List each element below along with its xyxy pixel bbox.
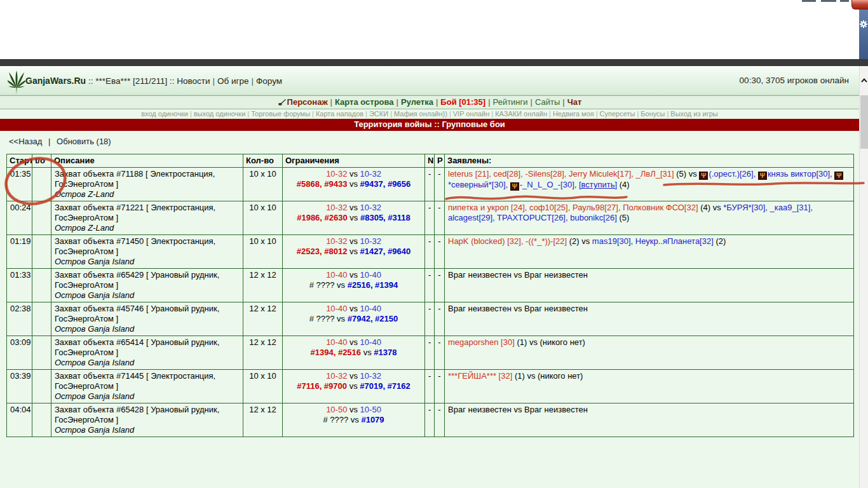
nav-item-4[interactable]: Бой [01:35] xyxy=(440,97,485,107)
player-red[interactable]: HapK (blocked) [32], -((*_*))-[22] xyxy=(448,236,567,246)
battle-size: 12 x 12 xyxy=(243,403,283,437)
syndicate-limits: #2523, #8012 vs #1427, #9640 xyxy=(286,247,421,257)
battle-island: Остров Z-Land xyxy=(55,223,240,233)
limit-red: 10-32 xyxy=(326,371,347,381)
battle-object-text[interactable]: Захват объекта #65428 [ Урановый рудник,… xyxy=(55,405,219,424)
battle-start-time: 01:19 xyxy=(7,235,32,269)
submenu-item-6[interactable]: Мафия онлайн)) xyxy=(394,110,447,118)
battle-object-text[interactable]: Захват объекта #71188 [ Электростанция, … xyxy=(55,169,215,189)
battle-start-time: 03:09 xyxy=(7,336,32,370)
player-text: Враг неизвестен vs Враг неизвестен xyxy=(448,405,588,414)
submenu-item-8[interactable]: КАЗАКИ онлайн xyxy=(495,110,547,118)
battle-object-text[interactable]: Захват объекта #71221 [ Электростанция, … xyxy=(55,203,215,222)
battle-size: 10 x 10 xyxy=(243,235,283,269)
faction-flag-icon: Ψ xyxy=(758,172,767,180)
submenu-item-4[interactable]: Карта нападов xyxy=(316,110,363,118)
join-link[interactable]: [вступить] xyxy=(579,180,617,189)
battle-size: 12 x 12 xyxy=(243,269,283,302)
header-link-2[interactable]: Об игре xyxy=(217,76,248,86)
submenu-item-10[interactable]: Суперсеты xyxy=(600,110,635,118)
limit-blue: 10-40 xyxy=(360,270,381,280)
syndicate-text: vs xyxy=(347,247,360,256)
nav-item-2[interactable]: Карта острова xyxy=(335,97,394,107)
player-red[interactable]: ***ГЕЙША*** [32] xyxy=(448,371,512,381)
flag-n: - xyxy=(425,370,435,403)
battle-timeout xyxy=(32,201,51,235)
flag-p: - xyxy=(435,336,445,370)
battle-object-text[interactable]: Захват объекта #65414 [ Урановый рудник,… xyxy=(55,337,219,357)
gear-icon[interactable] xyxy=(859,19,867,28)
syndicate-blue: #7019, #7162 xyxy=(360,381,410,391)
syndicate-text: vs xyxy=(348,213,360,222)
battle-limits: 10-32 vs 10-32#2523, #8012 vs #1427, #96… xyxy=(283,235,425,269)
battle-object-text[interactable]: Захват объекта #71445 [ Электростанция, … xyxy=(55,371,215,391)
separator: | xyxy=(447,110,453,118)
battle-row: 01:35Захват объекта #71188 [ Электростан… xyxy=(7,168,854,201)
battle-size: 12 x 12 xyxy=(243,302,283,336)
battle-row: 01:19Захват объекта #71450 [ Электростан… xyxy=(7,235,854,269)
separator: | xyxy=(245,110,251,118)
limit-vs: vs xyxy=(347,337,360,347)
submenu-item-7[interactable]: VIP онлайн xyxy=(453,110,490,118)
nav-item-1[interactable]: Персонаж xyxy=(278,97,328,107)
player-red[interactable]: megaporshen [30] xyxy=(448,337,515,347)
flag-n: - xyxy=(425,403,435,437)
battle-start-time: 04:04 xyxy=(7,403,32,437)
col-header-1: Старт xyxy=(7,154,32,168)
battle-island: Остров Ganja Island xyxy=(55,425,240,435)
nav-item-5[interactable]: Рейтинги xyxy=(493,97,528,107)
scrollbar[interactable] xyxy=(859,66,868,488)
header-link-3[interactable]: Форум xyxy=(256,76,282,86)
nav-item-6[interactable]: Сайты xyxy=(535,97,560,107)
submenu-item-12[interactable]: Выход из игры xyxy=(670,110,717,118)
syndicate-limits: #7116, #9700 vs #7019, #7162 xyxy=(286,381,421,391)
battle-object-text[interactable]: Захват объекта #65429 [ Урановый рудник,… xyxy=(55,270,219,290)
separator: | xyxy=(528,97,535,107)
submenu-item-5[interactable]: ЭСКИ xyxy=(369,110,388,118)
battle-start-time: 03:39 xyxy=(7,370,32,403)
submenu-item-11[interactable]: Бонусы xyxy=(641,110,665,118)
refresh-link[interactable]: Обновить (18) xyxy=(57,137,111,146)
player-red[interactable]: leterus [21], ced[28], -Silens[28], Jerr… xyxy=(448,169,674,179)
battle-size: 10 x 10 xyxy=(243,168,283,201)
scroll-up-icon[interactable] xyxy=(860,66,868,84)
col-header-6: N xyxy=(425,154,435,168)
back-link[interactable]: <<Назад xyxy=(9,137,42,146)
player-red[interactable]: пипетка и укроп [24], соф10[25], Рауль98… xyxy=(448,203,698,212)
submenu-item-2[interactable]: выход одиночки xyxy=(194,110,246,118)
limit-vs: vs xyxy=(347,371,360,381)
flag-n: - xyxy=(425,302,435,336)
table-header-row: Стартt/oОписаниеКол-воОграниченияNPЗаявл… xyxy=(7,154,854,168)
battle-timeout xyxy=(32,370,51,403)
player-blue[interactable]: (.орест.)[26], xyxy=(709,169,758,179)
header-link-1[interactable]: Новости xyxy=(177,76,210,86)
faction-flag-icon: Ψ xyxy=(699,172,708,180)
scrollbar-thumb[interactable] xyxy=(860,95,868,149)
main-nav: Персонаж|Карта острова|Рулетка|Бой [01:3… xyxy=(0,95,859,109)
site-header: GanjaWars.Ru :: ***Ева*** [211/211] :: Н… xyxy=(0,66,859,95)
player-blue[interactable]: *северный*[30], xyxy=(448,180,510,189)
flag-p: - xyxy=(435,403,445,437)
game-page: GanjaWars.Ru :: ***Ева*** [211/211] :: Н… xyxy=(0,66,859,488)
syndicate-limits: #1986, #2630 vs #8305, #3118 xyxy=(286,213,421,223)
syndicate-limits: # ???? vs #2516, #1394 xyxy=(286,280,421,290)
level-limits: 10-40 vs 10-40 xyxy=(286,304,421,314)
player-blue[interactable]: -_N_L_O_-[30], xyxy=(520,180,579,189)
battle-timeout xyxy=(32,403,51,437)
battle-object-text[interactable]: Захват объекта #71450 [ Электростанция, … xyxy=(55,236,215,256)
submenu-item-3[interactable]: Торговые форумы xyxy=(251,110,310,118)
frame-divider-bar xyxy=(0,59,868,66)
site-title[interactable]: GanjaWars.Ru xyxy=(25,76,86,86)
syndicate-text: # ???? vs xyxy=(309,314,348,323)
level-limits: 10-40 vs 10-40 xyxy=(286,270,421,280)
submenu-item-1[interactable]: вход одиночки xyxy=(141,110,188,118)
nav-item-3[interactable]: Рулетка xyxy=(401,97,433,107)
battle-object-text[interactable]: Захват объекта #45746 [ Урановый рудник,… xyxy=(55,304,219,323)
player-blue[interactable]: князь виктор[30], xyxy=(768,169,834,179)
separator: | xyxy=(560,97,567,107)
player-blue[interactable]: mas19[30], Неукр..яПланета[32] xyxy=(592,236,714,246)
submenu-item-9[interactable]: Недвига моя xyxy=(553,110,594,118)
battle-island: Остров Z-Land xyxy=(55,189,240,200)
nav-item-7[interactable]: Чат xyxy=(567,97,582,107)
browser-close-button-fragment[interactable] xyxy=(851,0,868,10)
